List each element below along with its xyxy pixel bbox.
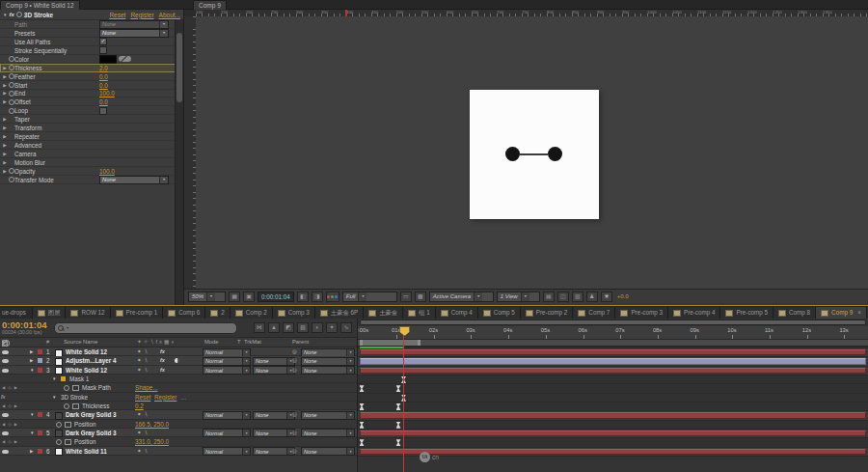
transfer-mode-dropdown[interactable]: None▼ xyxy=(99,176,169,184)
timeline-button-icon[interactable]: ▥ xyxy=(572,292,583,302)
eye-icon[interactable] xyxy=(2,350,9,354)
timeline-tab[interactable]: Comp 3 xyxy=(273,307,315,319)
mode-dropdown[interactable]: Normal▼ xyxy=(203,411,251,420)
parent-dropdown[interactable]: None▼ xyxy=(301,366,355,375)
offset-value[interactable]: 0.0 xyxy=(99,98,108,105)
exposure-value[interactable]: +0.0 xyxy=(617,293,629,299)
parent-dropdown[interactable]: None▼ xyxy=(301,447,355,456)
timeline-tab[interactable]: Comp 9× xyxy=(816,307,867,319)
track-bar-row[interactable] xyxy=(358,348,868,357)
layer-row-2[interactable]: ▶ 2 Adjustm...Layer 4 ✦∖fx Normal▼ None▼… xyxy=(0,356,357,365)
thickness-track-row[interactable] xyxy=(358,403,868,411)
pickwhip-icon[interactable]: ◎ xyxy=(292,430,297,435)
frame-blend-icon[interactable]: ▧ xyxy=(297,322,309,333)
layer-bar[interactable] xyxy=(360,349,866,355)
pickwhip-icon[interactable]: ◎ xyxy=(292,367,297,373)
mode-dropdown[interactable]: Normal▼ xyxy=(203,357,251,366)
mask-color[interactable] xyxy=(61,376,66,381)
camera-dropdown[interactable]: Active Camera▼ xyxy=(429,292,494,302)
feather-value[interactable]: 0.0 xyxy=(99,73,108,80)
hide-shy-icon[interactable]: ◩ xyxy=(283,322,294,333)
layer-bar[interactable] xyxy=(360,358,866,364)
timeline-tab[interactable]: Pre-comp 5 xyxy=(720,307,773,319)
stopwatch-icon[interactable] xyxy=(56,439,62,445)
loop-checkbox[interactable] xyxy=(99,107,107,115)
timeline-tab[interactable]: 土豪金 6P xyxy=(315,307,364,319)
fast-preview-icon[interactable]: ◫ xyxy=(557,292,569,302)
layer-bar[interactable] xyxy=(360,412,866,418)
playhead-line[interactable] xyxy=(403,327,404,472)
label-color[interactable] xyxy=(38,358,42,363)
keyframe-icon[interactable] xyxy=(360,403,365,410)
pickwhip-icon[interactable]: ◎ xyxy=(292,348,297,354)
keyframe-nav-icons[interactable]: ◀ ◇ ▶ xyxy=(2,385,18,390)
stopwatch-icon[interactable] xyxy=(9,99,14,105)
reset-link[interactable]: Reset xyxy=(135,394,150,401)
eyedropper-icon[interactable] xyxy=(119,56,131,62)
mask-path-row[interactable]: ◀ ◇ ▶ Mask Path Shape... xyxy=(0,383,357,392)
timeline-tab[interactable]: 图层 xyxy=(33,307,67,319)
register-link[interactable]: Register xyxy=(154,394,176,401)
timeline-tab[interactable]: Pre-comp 1 xyxy=(111,307,164,319)
show-snapshot-icon[interactable]: ◨ xyxy=(312,292,323,302)
color-swatch[interactable] xyxy=(99,55,117,64)
magnification-dropdown[interactable]: 50%▼ xyxy=(188,292,226,302)
grid-guides-icon[interactable]: ▦ xyxy=(229,292,240,302)
keyframe-nav-icons[interactable]: ◀ ◇ ▶ xyxy=(2,439,18,444)
mode-dropdown[interactable]: Normal▼ xyxy=(203,348,251,357)
graph-editor-icon[interactable]: ∿ xyxy=(340,322,352,333)
position-track-row[interactable] xyxy=(358,438,868,447)
parent-dropdown[interactable]: None▼ xyxy=(301,357,355,366)
label-color[interactable] xyxy=(38,368,42,373)
collapse-arrow-icon[interactable]: ▼ xyxy=(3,13,7,17)
mask-track-row[interactable] xyxy=(358,375,868,384)
work-area-bar[interactable] xyxy=(358,340,868,347)
close-tab-icon[interactable]: × xyxy=(857,307,861,319)
mode-dropdown[interactable]: Normal▼ xyxy=(203,429,251,437)
mode-dropdown[interactable]: Normal▼ xyxy=(203,447,251,456)
timeline-tab[interactable]: ROW 12 xyxy=(66,307,110,319)
channel-icon[interactable] xyxy=(326,292,339,302)
end-value[interactable]: 100.0 xyxy=(99,90,115,97)
effect-controls-panel-tab[interactable]: Comp 9 • White Solid 12 xyxy=(0,0,80,10)
reset-link[interactable]: Reset xyxy=(109,12,125,18)
region-of-interest-icon[interactable]: ▭ xyxy=(400,292,412,302)
effect-enabled-icon[interactable] xyxy=(16,12,22,17)
path-dropdown[interactable]: None▼ xyxy=(99,20,169,29)
brainstorm-icon[interactable]: ✦ xyxy=(326,322,338,333)
track-bar-row[interactable] xyxy=(358,430,868,438)
parent-dropdown[interactable]: None▼ xyxy=(301,411,355,420)
lock-column-icon[interactable] xyxy=(2,342,8,347)
layer-row-5[interactable]: ▼ 5 Dark Gray Solid 3 ✦∖ Normal▼ None▼ ◎… xyxy=(0,429,357,437)
trkmat-dropdown[interactable]: None▼ xyxy=(253,447,295,456)
keyframe-nav-icons[interactable]: ◀ ◇ ▶ xyxy=(2,403,18,408)
eye-icon[interactable] xyxy=(2,431,9,435)
keyframe-icon[interactable] xyxy=(360,439,365,446)
fx-badge-icon[interactable]: fx xyxy=(9,12,14,17)
presets-dropdown[interactable]: None▼ xyxy=(99,29,169,38)
left-dot[interactable] xyxy=(505,147,520,161)
source-name-header[interactable]: Source Name xyxy=(64,339,97,345)
mask-group-row[interactable]: ▼ Mask 1 xyxy=(0,375,357,383)
layer-bar[interactable] xyxy=(360,368,866,374)
stopwatch-icon[interactable] xyxy=(9,56,14,62)
stroke-sequentially-checkbox[interactable] xyxy=(99,46,107,54)
current-time-display[interactable]: 0:00:01:04 00034 (30.00 fps) xyxy=(2,320,46,335)
flowchart-icon[interactable]: ♟ xyxy=(586,292,598,302)
draft-3d-icon[interactable]: ▲ xyxy=(268,322,280,333)
thickness-value[interactable]: 2.0 xyxy=(99,65,108,71)
stopwatch-icon[interactable] xyxy=(9,168,14,174)
pixel-aspect-icon[interactable]: ▤ xyxy=(543,292,555,302)
layer-row-1[interactable]: ▶ 1 White Solid 12 ✦∖fx Normal▼ ◎ None▼ xyxy=(0,347,357,356)
ec-group-transform[interactable]: ▶Transform xyxy=(0,124,176,132)
eye-icon[interactable] xyxy=(2,369,9,373)
register-link[interactable]: Register xyxy=(130,12,153,18)
eye-icon[interactable] xyxy=(2,359,9,363)
stopwatch-icon[interactable] xyxy=(64,385,69,391)
ec-group-motion-blur[interactable]: ▶Motion Blur xyxy=(0,158,176,167)
stopwatch-icon[interactable] xyxy=(9,91,14,97)
timeline-tab-partial[interactable]: ue-drops xyxy=(0,307,33,319)
right-dot[interactable] xyxy=(548,147,562,161)
mask-visibility-icon[interactable]: ▣ xyxy=(243,292,255,302)
timeline-tab[interactable]: Pre-comp 4 xyxy=(668,307,721,319)
